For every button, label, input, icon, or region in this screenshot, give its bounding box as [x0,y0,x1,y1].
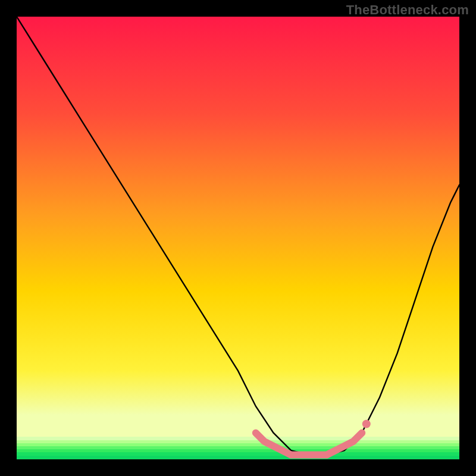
watermark-text: TheBottleneck.com [346,2,469,18]
trough-marker [256,433,362,455]
chart-frame: TheBottleneck.com [0,0,476,476]
plot-area [17,17,459,459]
curve-layer [17,17,459,459]
main-curve [17,17,459,455]
trough-marker-dot [362,420,371,428]
